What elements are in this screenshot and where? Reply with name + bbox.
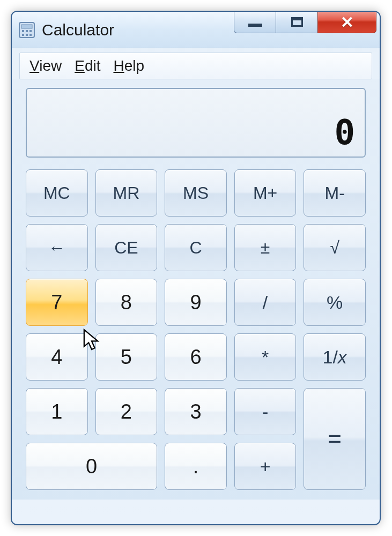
svg-rect-6	[26, 34, 28, 36]
digit-1-button[interactable]: 1	[26, 388, 88, 435]
digit-7-button[interactable]: 7	[26, 279, 88, 326]
clear-entry-button[interactable]: CE	[95, 224, 158, 271]
reciprocal-button[interactable]: 1/x	[304, 333, 366, 381]
calculator-body: 0 MC MR MS M+ M- ← CE C ± √ 7 8 9 / % 4 …	[12, 79, 380, 500]
memory-add-button[interactable]: M+	[234, 169, 297, 217]
keypad: MC MR MS M+ M- ← CE C ± √ 7 8 9 / % 4 5 …	[26, 169, 366, 490]
minimize-icon	[248, 24, 262, 27]
svg-rect-5	[22, 34, 24, 36]
titlebar[interactable]: Calculator ✕	[12, 12, 380, 48]
percent-button[interactable]: %	[304, 279, 366, 326]
menu-view[interactable]: View	[29, 57, 62, 75]
negate-button[interactable]: ±	[234, 224, 297, 271]
svg-rect-4	[29, 30, 32, 32]
calculator-icon	[18, 21, 35, 39]
display: 0	[26, 88, 366, 158]
multiply-button[interactable]: *	[234, 333, 297, 381]
maximize-icon	[291, 17, 303, 27]
decimal-button[interactable]: .	[165, 443, 227, 490]
menubar: View Edit Help	[19, 53, 372, 79]
digit-3-button[interactable]: 3	[165, 388, 227, 435]
menu-edit[interactable]: Edit	[75, 57, 100, 75]
svg-rect-3	[26, 30, 28, 32]
digit-8-button[interactable]: 8	[95, 279, 158, 326]
svg-rect-2	[22, 30, 24, 32]
svg-rect-7	[29, 34, 32, 36]
menu-help[interactable]: Help	[113, 57, 144, 75]
digit-2-button[interactable]: 2	[95, 388, 158, 435]
window-title: Calculator	[42, 21, 234, 39]
backspace-button[interactable]: ←	[26, 224, 88, 271]
add-button[interactable]: +	[234, 443, 297, 490]
svg-rect-1	[21, 25, 32, 28]
clear-button[interactable]: C	[165, 224, 227, 271]
digit-9-button[interactable]: 9	[165, 279, 227, 326]
memory-recall-button[interactable]: MR	[95, 169, 158, 217]
close-button[interactable]: ✕	[317, 11, 376, 33]
divide-button[interactable]: /	[234, 279, 297, 326]
subtract-button[interactable]: -	[234, 388, 297, 435]
digit-0-button[interactable]: 0	[26, 443, 157, 490]
window-controls: ✕	[234, 11, 376, 33]
minimize-button[interactable]	[234, 11, 276, 33]
calculator-window: Calculator ✕ View Edit Help 0 MC MR MS M…	[11, 11, 381, 525]
maximize-button[interactable]	[276, 11, 317, 33]
digit-5-button[interactable]: 5	[95, 333, 158, 381]
memory-clear-button[interactable]: MC	[26, 169, 88, 217]
equals-button[interactable]: =	[304, 388, 366, 490]
memory-store-button[interactable]: MS	[165, 169, 227, 217]
digit-6-button[interactable]: 6	[165, 333, 227, 381]
close-icon: ✕	[341, 13, 354, 32]
digit-4-button[interactable]: 4	[26, 333, 88, 381]
sqrt-button[interactable]: √	[304, 224, 366, 271]
memory-subtract-button[interactable]: M-	[304, 169, 366, 217]
